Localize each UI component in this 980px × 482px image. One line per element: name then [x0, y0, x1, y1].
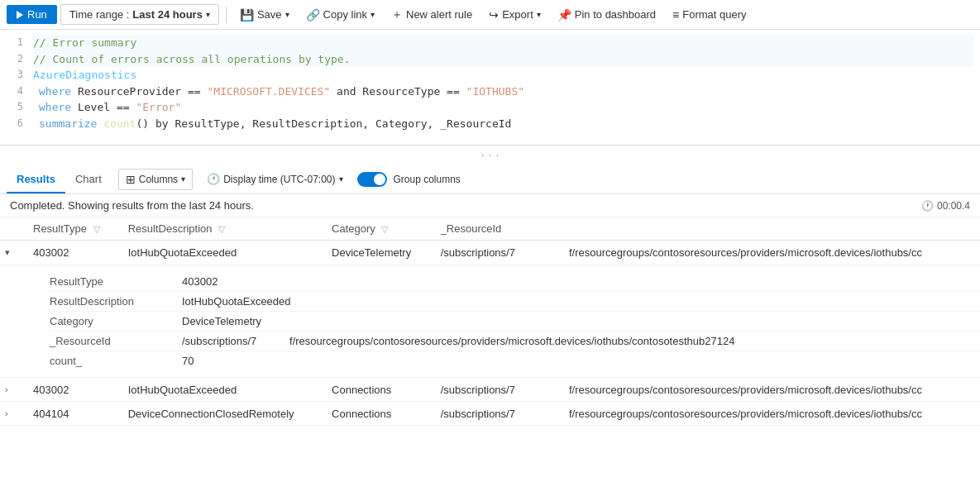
expanded-field-count: count_ 70: [50, 351, 980, 370]
cell-result-type: 403002: [23, 378, 118, 402]
new-alert-rule-button[interactable]: ＋ New alert rule: [385, 4, 479, 26]
cell-category: Connections: [322, 402, 431, 426]
group-columns-label: Group columns: [394, 174, 461, 185]
table-row[interactable]: › 404104 DeviceConnectionClosedRemotely …: [0, 402, 980, 426]
results-controls: ⊞ Columns ▾ 🕐 Display time (UTC-07:00) ▾…: [118, 169, 461, 190]
status-bar: Completed. Showing results from the last…: [0, 194, 980, 217]
save-label: Save: [257, 8, 282, 21]
results-table: ResultType ▽ ResultDescription ▽ Categor…: [0, 217, 980, 426]
expanded-row-detail: ResultType 403002 ResultDescription IotH…: [0, 265, 980, 378]
group-columns-toggle[interactable]: [357, 172, 387, 187]
export-button[interactable]: ↪ Export ▾: [482, 5, 547, 25]
chevron-down-icon: ▾: [206, 10, 210, 19]
code-line-3: 3 AzureDiagnostics: [0, 67, 980, 84]
time-range-label: Time range :: [69, 8, 130, 21]
filter-icon-desc[interactable]: ▽: [218, 224, 225, 234]
expand-cell[interactable]: ▾: [0, 241, 23, 265]
drag-handle[interactable]: · · ·: [0, 146, 980, 165]
copy-link-label: Copy link: [323, 8, 367, 21]
expand-cell[interactable]: ›: [0, 402, 23, 426]
pin-dashboard-button[interactable]: 📌 Pin to dashboard: [551, 5, 662, 25]
time-range-value: Last 24 hours: [132, 8, 203, 21]
cell-result-description: DeviceConnectionClosedRemotely: [118, 402, 322, 426]
cell-result-type: 404104: [23, 402, 118, 426]
format-query-button[interactable]: ≡ Format query: [666, 5, 753, 25]
run-label: Run: [27, 8, 47, 21]
col-header-result-description[interactable]: ResultDescription ▽: [118, 217, 322, 241]
chevron-down-icon-time: ▾: [339, 174, 343, 184]
table-body: ▾ 403002 IotHubQuotaExceeded DeviceTelem…: [0, 241, 980, 426]
table-row[interactable]: › 403002 IotHubQuotaExceeded Connections…: [0, 378, 980, 402]
new-alert-label: New alert rule: [406, 8, 472, 21]
expand-header: [0, 217, 23, 241]
expand-button[interactable]: ›: [3, 383, 10, 396]
clock-icon-status: 🕐: [921, 200, 934, 212]
chevron-down-icon-export: ▾: [537, 10, 541, 19]
results-table-container[interactable]: ResultType ▽ ResultDescription ▽ Categor…: [0, 217, 980, 482]
query-time: 🕐 00:00.4: [921, 200, 970, 212]
cell-result-type: 403002: [23, 241, 118, 265]
col-header-category[interactable]: Category ▽: [322, 217, 431, 241]
chevron-down-icon-link: ▾: [370, 10, 375, 19]
expand-button[interactable]: ›: [3, 407, 10, 420]
cell-resource-id: /subscriptions/7 f/resourcegroups/contos…: [431, 402, 980, 426]
cell-resource-id: /subscriptions/7 f/resourcegroups/contos…: [431, 378, 980, 402]
toolbar-separator-1: [226, 7, 227, 23]
columns-icon: ⊞: [126, 173, 136, 186]
cell-category: DeviceTelemetry: [322, 241, 431, 265]
expanded-field-result-type: ResultType 403002: [50, 272, 980, 292]
status-completed: Completed.: [10, 199, 65, 212]
tab-results[interactable]: Results: [7, 166, 65, 193]
cell-result-description: IotHubQuotaExceeded: [118, 241, 322, 265]
code-line-5: 5 where Level == "Error": [0, 99, 980, 116]
time-value: 00:00.4: [937, 200, 970, 212]
cell-category: Connections: [322, 378, 431, 402]
chevron-down-icon-save: ▾: [285, 10, 289, 19]
status-message: Completed. Showing results from the last…: [10, 199, 254, 212]
link-icon: 🔗: [306, 8, 320, 21]
plus-icon: ＋: [391, 7, 403, 22]
chevron-down-icon-columns: ▾: [181, 174, 185, 184]
tab-chart[interactable]: Chart: [65, 166, 112, 193]
save-button[interactable]: 💾 Save ▾: [233, 5, 296, 25]
code-line-6: 6 summarize count() by ResultType, Resul…: [0, 116, 980, 132]
main-content: 1 // Error summary 2 // Count of errors …: [0, 30, 980, 482]
cell-result-description: IotHubQuotaExceeded: [118, 378, 322, 402]
export-icon: ↪: [489, 8, 499, 21]
format-label: Format query: [682, 8, 746, 21]
toolbar: Run Time range : Last 24 hours ▾ 💾 Save …: [0, 0, 980, 30]
time-range-button[interactable]: Time range : Last 24 hours ▾: [60, 4, 219, 25]
code-line-1: 1 // Error summary: [0, 35, 980, 51]
table-row[interactable]: ▾ 403002 IotHubQuotaExceeded DeviceTelem…: [0, 241, 980, 265]
status-detail: Showing results from the last 24 hours.: [68, 199, 254, 212]
expanded-cell: ResultType 403002 ResultDescription IotH…: [0, 265, 980, 378]
results-tab-label: Results: [17, 173, 55, 185]
code-line-2: 2 // Count of errors across all operatio…: [0, 51, 980, 68]
run-button[interactable]: Run: [7, 5, 57, 24]
columns-label: Columns: [139, 174, 178, 185]
expand-cell[interactable]: ›: [0, 378, 23, 402]
code-line-4: 4 where ResourceProvider == "MICROSOFT.D…: [0, 84, 980, 100]
cell-resource-id: /subscriptions/7 f/resourcegroups/contos…: [431, 241, 980, 265]
code-editor[interactable]: 1 // Error summary 2 // Count of errors …: [0, 30, 980, 146]
filter-icon-result-type[interactable]: ▽: [93, 224, 100, 234]
export-label: Export: [502, 8, 533, 21]
col-header-resource-id[interactable]: _ResourceId: [431, 217, 980, 241]
pin-icon: 📌: [557, 8, 571, 21]
table-header-row: ResultType ▽ ResultDescription ▽ Categor…: [0, 217, 980, 241]
chart-tab-label: Chart: [75, 173, 102, 185]
save-icon: 💾: [240, 8, 254, 21]
results-tabs-bar: Results Chart ⊞ Columns ▾ 🕐 Display time…: [0, 165, 980, 194]
format-icon: ≡: [672, 8, 679, 21]
columns-button[interactable]: ⊞ Columns ▾: [118, 169, 193, 190]
copy-link-button[interactable]: 🔗 Copy link ▾: [299, 5, 381, 25]
col-header-result-type[interactable]: ResultType ▽: [23, 217, 118, 241]
display-time-label: Display time (UTC-07:00): [223, 174, 335, 185]
filter-icon-category[interactable]: ▽: [381, 224, 388, 234]
expanded-field-resource-id: _ResourceId /subscriptions/7 f/resourceg…: [50, 332, 980, 351]
expanded-inner: ResultType 403002 ResultDescription IotH…: [0, 265, 980, 377]
collapse-button[interactable]: ▾: [3, 246, 12, 260]
pin-label: Pin to dashboard: [575, 8, 656, 21]
results-section: Results Chart ⊞ Columns ▾ 🕐 Display time…: [0, 165, 980, 482]
display-time-button[interactable]: 🕐 Display time (UTC-07:00) ▾: [199, 169, 350, 189]
